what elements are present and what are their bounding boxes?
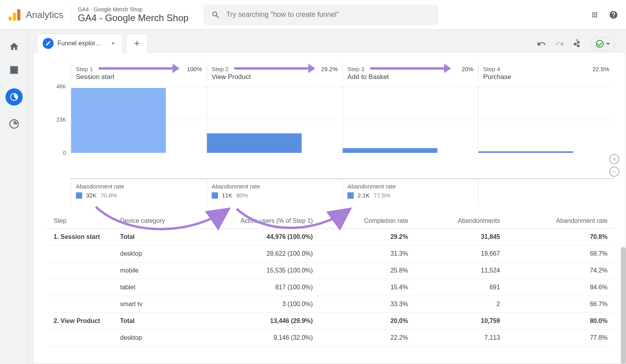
table-cell: 11,524 [414,262,506,279]
table-cell: 31,845 [414,229,506,246]
table-cell: 66.7% [506,296,614,313]
bar-step-3[interactable] [343,148,437,153]
table-cell: tablet [114,279,176,296]
bar-step-4[interactable] [478,151,573,153]
search-input[interactable] [226,11,430,19]
tab-label: Funnel explor… [58,40,105,47]
table-row[interactable]: 1. Session startTotal44,976 (100.0%)29.2… [47,229,614,246]
table-cell [47,296,114,313]
add-tab-button[interactable] [126,34,148,52]
search-icon [211,10,220,20]
funnel-step-3[interactable]: Step 320% Add to Basket [342,63,478,81]
table-row[interactable]: smart tv3 (100.0%)33.3%266.7% [47,296,614,313]
table-cell [47,262,114,279]
table-cell: 2 [414,296,506,313]
abandon-label: Abandonment rate [212,183,338,190]
share-icon[interactable] [573,39,582,48]
chevron-down-icon [606,43,610,45]
table-row[interactable]: desktop28,622 (100.0%)31.3%19,66768.7% [47,246,614,262]
abandon-count: 11K [222,192,232,199]
redo-icon[interactable] [555,39,564,48]
table-cell: 77.8% [506,330,614,346]
abandon-label: Abandonment rate [347,183,473,190]
y-tick: 0 [63,150,66,156]
step-pct: 100% [187,66,202,72]
th-completion[interactable]: Completion rate [319,213,415,229]
table-cell: 68.7% [506,246,614,262]
step-name: Add to Basket [347,73,473,81]
bar-step-1[interactable] [71,88,166,153]
bar-step-2[interactable] [207,133,302,153]
search-box[interactable] [203,5,438,25]
home-icon[interactable] [9,41,19,52]
table-cell: 22.2% [319,330,415,346]
check-icon [596,40,604,48]
table-cell: desktop [114,246,176,262]
table-cell: 10,759 [414,313,506,330]
step-name: Session start [76,73,202,81]
funnel-step-2[interactable]: Step 229.2% View Product [207,63,342,81]
abandon-label: Abandonment rate [76,183,202,190]
legend-swatch [76,192,82,199]
app-header: Analytics GA4 - Google Merch Shop GA4 - … [0,0,626,30]
table-row[interactable]: 2. View ProductTotal13,446 (29.9%)20.0%1… [47,313,614,330]
table-cell [47,246,114,262]
step-number: Step 1 [76,66,93,72]
table-row[interactable]: desktop9,146 (32.0%)22.2%7,11377.8% [47,330,614,346]
explore-icon[interactable] [5,88,23,106]
apps-icon[interactable] [590,10,599,20]
chevron-down-icon[interactable] [109,39,117,47]
content-area: Funnel explor… [28,30,626,364]
zoom-out-button[interactable]: − [609,167,619,177]
arrow-icon [234,67,311,70]
property-name: GA4 - Google Merch Shop [78,13,189,23]
th-device[interactable]: Device category [114,213,176,229]
property-account: GA4 - Google Merch Shop [78,6,189,13]
table-cell: 74.2% [506,262,614,279]
table-cell: 9,146 (32.0%) [176,330,319,346]
table-cell [47,279,114,296]
help-icon[interactable] [609,10,618,20]
table-cell: 44,976 (100.0%) [176,229,319,246]
table-cell: smart tv [114,296,176,313]
funnel-step-4[interactable]: Step 422.5% Purchase [478,63,614,81]
exploration-panel: Step 1100% Session start Step 229.2% Vie… [33,52,626,364]
table-cell: 20.0% [319,313,415,330]
table-row[interactable]: tablet817 (100.0%)15.4%69184.6% [47,279,614,296]
table-cell: 33.3% [319,296,415,313]
table-cell: 13,446 (29.9%) [176,313,319,330]
advertising-icon[interactable] [9,119,19,129]
table-cell [47,330,114,346]
undo-icon[interactable] [537,39,546,48]
funnel-step-1[interactable]: Step 1100% Session start [71,63,207,81]
th-active[interactable]: Active users (% of Step 1) [176,213,319,229]
table-cell: 70.8% [506,229,614,246]
th-step[interactable]: Step [47,213,114,229]
step-number: Step 4 [483,66,500,72]
table-cell: 29.2% [319,229,415,246]
step-name: Purchase [483,73,609,81]
abandon-pct: 77.5% [374,192,390,199]
th-abandonrate[interactable]: Abandonment rate [506,213,614,229]
tab-funnel-exploration[interactable]: Funnel explor… [37,34,123,52]
step-name: View Product [212,73,338,81]
reports-icon[interactable] [9,65,19,75]
table-row[interactable]: mobile15,535 (100.0%)25.8%11,52474.2% [47,262,614,279]
table-cell: Total [114,313,176,330]
plus-icon [133,39,141,48]
table-cell: 28,622 (100.0%) [176,246,319,262]
scrollbar[interactable] [621,247,626,364]
table-cell: desktop [114,330,176,346]
step-number: Step 2 [212,66,228,72]
property-selector[interactable]: GA4 - Google Merch Shop GA4 - Google Mer… [70,6,189,23]
arrow-icon [99,67,175,70]
table-cell: mobile [114,262,176,279]
step-pct: 22.5% [592,66,609,72]
table-cell: 31.3% [319,246,415,262]
step-pct: 29.2% [321,66,338,72]
th-abandon[interactable]: Abandonments [414,213,506,229]
sample-status[interactable] [591,37,615,51]
abandon-cell-4 [478,179,614,206]
zoom-in-button[interactable]: + [609,154,619,164]
legend-swatch [347,192,354,199]
